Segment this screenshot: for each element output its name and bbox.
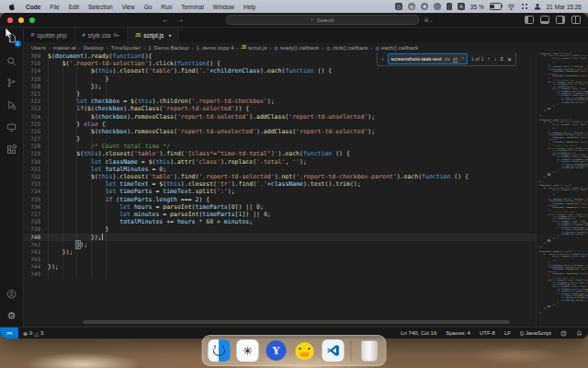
menu-item-code[interactable]: Code	[26, 4, 40, 10]
regex-icon[interactable]: .*	[460, 56, 463, 62]
code-line[interactable]: 722 let checkbox = $(this).children('.re…	[24, 98, 588, 105]
code-line[interactable]: 743	[24, 256, 588, 263]
tab-script-js[interactable]: JSscript.js●	[128, 28, 179, 42]
code-line[interactable]: 745	[24, 270, 588, 278]
dock-finder-icon[interactable]	[209, 339, 231, 362]
toggle-primary-sidebar-icon[interactable]	[525, 16, 534, 24]
code-line[interactable]: 729 $(this).closest('table').find('[clas…	[24, 150, 588, 157]
source-control-icon[interactable]	[2, 72, 22, 94]
menu-item-window[interactable]: Window	[213, 4, 234, 10]
menubar-app-icon-4[interactable]: ◌	[434, 3, 441, 10]
match-case-icon[interactable]: Aa	[445, 56, 450, 62]
code-line[interactable]: 732 $(this).closest('table').find('.repo…	[24, 173, 588, 180]
code-line[interactable]: 719 }	[24, 75, 588, 83]
remote-explorer-icon[interactable]	[2, 116, 22, 138]
remote-indicator[interactable]: ><	[0, 328, 18, 339]
menu-item-edit[interactable]: Edit	[69, 4, 79, 10]
dock-duck-icon[interactable]	[294, 339, 316, 362]
code-line[interactable]: 737 let minutes = parseInt(timeParts[1])…	[24, 211, 588, 218]
breadcrumb-item[interactable]: ◎click() callback	[326, 45, 368, 51]
menu-item-help[interactable]: Help	[243, 4, 255, 10]
code-line[interactable]: 730 let className = $(this).attr('class'…	[24, 158, 588, 166]
breadcrumb-item[interactable]: ◎ready() callback	[274, 45, 319, 51]
code-line[interactable]: 739 }	[24, 225, 588, 233]
code-line[interactable]: 720 });	[24, 83, 588, 90]
code-line[interactable]: 734 let timeParts = timeText.split(':');	[24, 188, 588, 195]
toggle-replace-icon[interactable]: ›	[381, 56, 383, 63]
code-editor[interactable]: 709$(document).ready(function(){710 $('.…	[24, 52, 588, 327]
code-line[interactable]: 744});	[24, 263, 588, 270]
dock-yandex-browser-icon[interactable]: Y	[266, 339, 288, 362]
whole-word-icon[interactable]: ab	[453, 56, 458, 63]
accounts-icon[interactable]	[2, 282, 22, 305]
code-line[interactable]: 723 if($(checkbox).hasClass('report-td-s…	[24, 105, 588, 112]
code-line[interactable]: 735 if (timeParts.length === 2) {	[24, 196, 588, 203]
dock-trash-icon[interactable]	[358, 339, 380, 362]
breadcrumb-item[interactable]: ◎each() callback	[376, 45, 419, 51]
indentation-status[interactable]: Spaces: 4	[446, 330, 470, 336]
explorer-icon[interactable]: 1	[2, 28, 22, 50]
breadcrumb-item[interactable]: Users	[31, 45, 46, 51]
menu-item-view[interactable]: View	[122, 4, 135, 10]
breadcrumb-item[interactable]: 1. Demo Backup	[148, 45, 188, 51]
code-line[interactable]: 728 /* Count total time */	[24, 143, 588, 150]
battery-icon[interactable]	[490, 3, 502, 10]
dock-chatgpt-icon[interactable]: ✳	[237, 339, 259, 362]
zoom-window-button[interactable]	[29, 17, 35, 23]
code-line[interactable]: 740 });	[24, 234, 588, 241]
menu-item-go[interactable]: Go	[144, 4, 153, 10]
extensions-icon[interactable]	[2, 138, 22, 160]
previous-match-icon[interactable]: ↑	[487, 56, 490, 62]
horizontal-scrollbar[interactable]	[83, 320, 510, 324]
input-source-icon[interactable]: A	[458, 3, 465, 10]
code-line[interactable]: 733 let timeText = $(this).closest('tr')…	[24, 180, 588, 188]
apple-menu[interactable]	[8, 3, 16, 11]
close-window-button[interactable]	[7, 17, 13, 23]
tab-spotter-php[interactable]: Pspotter.php	[24, 28, 75, 42]
code-line[interactable]: 736 let hours = parseInt(timeParts[0]) |…	[24, 203, 588, 211]
menubar-app-icon-3[interactable]: ✱	[421, 3, 428, 10]
search-sidebar-icon[interactable]	[2, 50, 22, 72]
minimap[interactable]: $(document).ready(function(){ $('.report…	[536, 52, 588, 327]
wifi-icon[interactable]	[507, 4, 515, 10]
tab-style-css[interactable]: #style.css9+	[75, 28, 129, 42]
toggle-panel-icon[interactable]	[540, 16, 549, 24]
find-in-selection-icon[interactable]: ≡	[500, 56, 503, 62]
code-line[interactable]: 742 });	[24, 248, 588, 256]
code-line[interactable]: 724 $(checkbox).removeClass('report-td-s…	[24, 113, 588, 121]
copilot-icon[interactable]: ⌸⌄	[424, 17, 433, 24]
minimize-window-button[interactable]	[18, 17, 24, 23]
breadcrumb-item[interactable]: JSscript.js	[242, 45, 267, 51]
menu-item-terminal[interactable]: Terminal	[181, 4, 204, 10]
problems-status[interactable]: ⊗0 △3	[23, 330, 43, 337]
breadcrumb-item[interactable]: Desktop	[84, 45, 104, 51]
feedback-icon[interactable]	[560, 330, 567, 337]
notifications-bell-icon[interactable]	[576, 329, 582, 337]
menu-item-run[interactable]: Run	[161, 4, 172, 10]
dock-vscode-icon[interactable]	[322, 339, 345, 362]
navigate-forward-icon[interactable]: →	[176, 16, 184, 24]
command-center-search[interactable]: ⌕ Search	[226, 15, 419, 25]
menubar-app-icon-1[interactable]: ◳	[395, 3, 402, 10]
menubar-app-icon-2[interactable]: ◍	[408, 3, 415, 10]
toggle-secondary-sidebar-icon[interactable]	[556, 16, 565, 24]
code-line[interactable]: 714 $(this).closest('table').find('.'+ch…	[24, 67, 588, 75]
code-line[interactable]: 721 }	[24, 90, 588, 98]
user-icon[interactable]	[534, 3, 541, 10]
menu-item-file[interactable]: File	[50, 4, 59, 10]
settings-gear-icon[interactable]: ⚙	[2, 305, 22, 327]
breadcrumb-item[interactable]: 1. demo copy 4	[197, 45, 234, 51]
code-line[interactable]: 727 }	[24, 135, 588, 143]
next-match-icon[interactable]: ↓	[493, 56, 496, 62]
cursor-position-status[interactable]: Ln 740, Col 16	[401, 330, 436, 336]
run-debug-icon[interactable]	[2, 94, 22, 116]
eol-status[interactable]: LF	[504, 330, 511, 336]
menubar-app-icon-5[interactable]: ⋮	[447, 3, 452, 10]
close-find-icon[interactable]: ✕	[507, 56, 512, 63]
menubar-clock[interactable]: 21 Mar 15:26	[547, 4, 582, 10]
menu-item-selection[interactable]: Selection	[88, 4, 113, 10]
code-line[interactable]: 741 });	[24, 241, 588, 248]
customize-layout-icon[interactable]	[571, 16, 581, 24]
language-status[interactable]: {}JavaScript	[520, 330, 551, 336]
encoding-status[interactable]: UTF-8	[480, 330, 495, 336]
